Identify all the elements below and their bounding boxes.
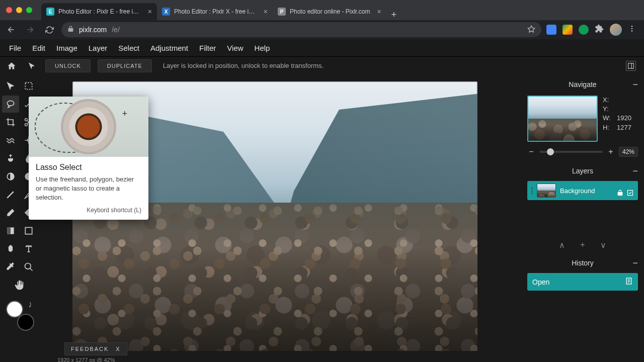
layer-row[interactable]: Background — [527, 181, 638, 200]
layers-panel: Layers − Background ∧ + ∨ — [524, 164, 641, 253]
favicon-icon: X — [162, 8, 170, 16]
forward-button[interactable] — [23, 23, 37, 37]
history-item[interactable]: Open — [527, 273, 638, 291]
lasso-select-tool[interactable] — [2, 96, 19, 113]
drive-extension-icon[interactable] — [562, 25, 573, 35]
favicon-icon: E — [46, 8, 54, 16]
svg-rect-14 — [25, 227, 32, 234]
feedback-close-icon[interactable]: X — [116, 346, 120, 352]
pen-tool[interactable] — [2, 186, 19, 203]
menu-adjustment[interactable]: Adjustment — [150, 44, 188, 52]
close-tab-icon[interactable]: × — [264, 8, 268, 16]
navigator-thumbnail[interactable] — [527, 96, 598, 142]
layer-down-icon[interactable]: ∨ — [600, 240, 606, 250]
minimize-window[interactable] — [16, 7, 22, 13]
gradient-tool[interactable] — [2, 222, 19, 239]
home-icon[interactable] — [5, 59, 18, 72]
eraser-tool[interactable] — [2, 204, 19, 221]
layer-drag-handle[interactable] — [531, 188, 533, 194]
text-tool[interactable] — [20, 240, 37, 257]
close-window[interactable] — [6, 7, 12, 13]
add-layer-icon[interactable]: + — [580, 240, 585, 250]
dodge-tool[interactable] — [2, 168, 19, 185]
foreground-color[interactable] — [6, 301, 23, 318]
tab-title: Photo Editor : Pixlr X - free im… — [174, 8, 257, 15]
zoom-in-button[interactable]: + — [607, 147, 615, 156]
collapse-icon[interactable]: − — [632, 168, 638, 173]
close-tab-icon[interactable]: × — [148, 8, 152, 16]
extension-icons — [546, 24, 640, 36]
close-tab-icon[interactable]: × — [377, 8, 381, 16]
app-menu-bar: File Edit Image Layer Select Adjustment … — [0, 39, 644, 56]
options-bar: UNLOCK DUPLICATE Layer is locked in posi… — [0, 56, 644, 74]
extension-icon[interactable] — [579, 25, 589, 35]
menu-image[interactable]: Image — [56, 44, 77, 52]
marquee-select-tool[interactable] — [20, 77, 37, 95]
reload-button[interactable] — [42, 23, 56, 37]
unlock-button[interactable]: UNLOCK — [45, 59, 91, 72]
toggle-panels-icon[interactable] — [626, 61, 636, 71]
swap-colors-icon[interactable]: ⤸ — [27, 301, 33, 309]
tooltip-preview: + — [29, 97, 148, 157]
browser-tab-3[interactable]: P Photo editor online - Pixlr.com × — [273, 3, 386, 20]
back-button[interactable] — [4, 23, 18, 37]
browser-tab-2[interactable]: X Photo Editor : Pixlr X - free im… × — [157, 3, 273, 20]
url-input[interactable]: pixlr.com/e/ — [61, 22, 541, 37]
feedback-label[interactable]: FEEDBACK — [71, 346, 109, 352]
svg-point-15 — [25, 263, 31, 269]
workspace: ⤸ + Lasso Select Use the freehand, polyg… — [0, 74, 644, 362]
extensions-icon[interactable] — [595, 24, 604, 35]
lock-icon — [67, 26, 74, 34]
browser-menu-icon[interactable] — [628, 25, 636, 35]
zoom-slider[interactable] — [539, 151, 603, 153]
layer-up-icon[interactable]: ∧ — [559, 240, 565, 250]
panel-title: Navigate — [569, 80, 596, 88]
layer-thumbnail[interactable] — [537, 184, 556, 198]
maximize-window[interactable] — [26, 7, 32, 13]
zoom-out-button[interactable]: − — [527, 147, 535, 156]
collapse-icon[interactable]: − — [632, 82, 638, 87]
menu-select[interactable]: Select — [118, 44, 139, 52]
translate-extension-icon[interactable] — [546, 25, 556, 35]
width-value: 1920 — [617, 114, 631, 123]
x-label: X: — [603, 96, 614, 105]
lock-icon[interactable] — [617, 189, 623, 199]
w-label: W: — [603, 114, 614, 123]
zoom-tool[interactable] — [20, 258, 37, 276]
bookmark-icon[interactable] — [527, 25, 535, 35]
arrange-tool-icon[interactable] — [25, 59, 38, 72]
tab-title: Photo editor online - Pixlr.com — [290, 8, 370, 15]
menu-file[interactable]: File — [9, 44, 21, 52]
clone-tool[interactable] — [2, 150, 19, 167]
zoom-value[interactable]: 42% — [619, 147, 638, 157]
liquify-tool[interactable] — [2, 132, 19, 149]
layer-name[interactable]: Background — [560, 187, 613, 195]
tooltip-description: Use the freehand, polygon, bezier or mag… — [36, 175, 141, 203]
new-tab-button[interactable]: + — [386, 10, 402, 20]
replace-color-tool[interactable] — [2, 240, 19, 257]
shape-tool[interactable] — [20, 222, 37, 239]
background-color[interactable] — [17, 314, 34, 331]
profile-avatar[interactable] — [610, 24, 622, 36]
collapse-icon[interactable]: − — [632, 260, 638, 265]
menu-layer[interactable]: Layer — [89, 44, 108, 52]
history-panel: History − Open — [524, 256, 641, 294]
options-message: Layer is locked in position, unlock to e… — [163, 62, 324, 69]
duplicate-button[interactable]: DUPLICATE — [98, 59, 152, 72]
hand-tool[interactable] — [11, 277, 28, 294]
visibility-icon[interactable] — [626, 189, 634, 199]
svg-rect-13 — [7, 227, 11, 234]
menu-view[interactable]: View — [227, 44, 243, 52]
crop-tool[interactable] — [2, 114, 19, 131]
navigate-panel: Navigate − X: Y: W:1920 H:1277 − + 42% — [524, 77, 641, 161]
canvas-info: X: Y: W:1920 H:1277 — [603, 96, 631, 142]
browser-tab-1[interactable]: E Photo Editor : Pixlr E - free im… × — [41, 3, 157, 20]
menu-filter[interactable]: Filter — [199, 44, 216, 52]
panel-title: History — [572, 259, 594, 267]
eyedropper-tool[interactable] — [2, 258, 19, 276]
menu-edit[interactable]: Edit — [32, 44, 45, 52]
menu-help[interactable]: Help — [255, 44, 270, 52]
svg-point-3 — [631, 30, 633, 32]
arrange-tool[interactable] — [2, 77, 19, 95]
crosshair-icon: + — [122, 109, 127, 119]
